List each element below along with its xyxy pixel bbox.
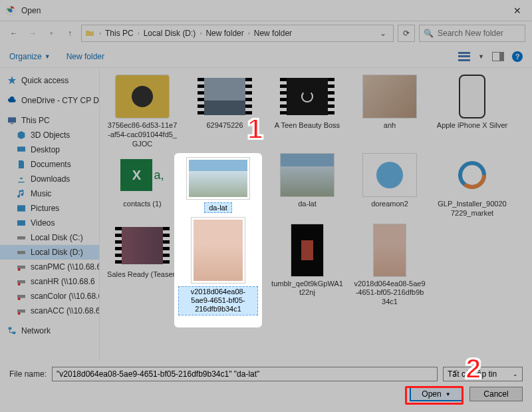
- bottom-panel: File name: Tất cả Tệp tin⌄ Open ▼ Cancel: [0, 361, 532, 412]
- cloud-icon: [7, 95, 17, 106]
- sidebar-documents[interactable]: Documents: [0, 157, 99, 172]
- selected-file[interactable]: v2018d064ea08-5ae9-4651-bf05-216dfb9b34c…: [178, 217, 258, 315]
- sidebar-videos[interactable]: Videos: [0, 216, 99, 230]
- svg-rect-15: [17, 309, 25, 313]
- back-button[interactable]: ←: [7, 26, 21, 41]
- preview-toggle[interactable]: [492, 52, 504, 61]
- breadcrumb[interactable]: › This PC› Local Disk (D:)› New folder› …: [81, 25, 394, 42]
- file-item[interactable]: v2018d064ea08-5ae9-4651-bf05-216dfb9b34c…: [354, 224, 426, 306]
- pc-icon: [7, 115, 17, 126]
- svg-rect-13: [17, 295, 25, 298]
- svg-rect-11: [17, 280, 25, 284]
- search-placeholder: Search New folder: [438, 29, 503, 38]
- svg-point-14: [18, 298, 21, 300]
- filename-input[interactable]: [52, 367, 438, 381]
- netdrive-icon: [16, 306, 27, 316]
- drive-icon: [16, 247, 27, 258]
- pictures-icon: [16, 203, 27, 214]
- selection-highlight: da-lat v2018d064ea08-5ae9-4651-bf05-216d…: [174, 153, 262, 327]
- svg-rect-6: [17, 220, 25, 226]
- refresh-button[interactable]: ⟳: [398, 25, 415, 42]
- breadcrumb-item[interactable]: Local Disk (D:): [141, 29, 199, 38]
- help-icon[interactable]: ?: [512, 51, 523, 62]
- selected-file[interactable]: da-lat: [178, 157, 258, 213]
- organize-menu[interactable]: Organize ▼: [9, 52, 51, 61]
- download-icon: [16, 174, 27, 184]
- window-title: Open: [21, 6, 503, 15]
- navbar: ← → ▾ ↑ › This PC› Local Disk (D:)› New …: [0, 21, 532, 45]
- svg-rect-4: [17, 146, 25, 151]
- svg-rect-5: [17, 205, 25, 211]
- file-item[interactable]: A Teen Beauty Boss: [271, 75, 343, 148]
- doc-icon: [16, 159, 27, 170]
- sidebar-onedrive[interactable]: OneDrive - CTY CP DI: [0, 93, 99, 108]
- netdrive-icon: [16, 262, 27, 272]
- search-icon: 🔍: [424, 29, 434, 38]
- cube-icon: [16, 130, 27, 140]
- star-icon: [7, 75, 17, 86]
- drive-icon: [16, 232, 27, 243]
- sidebar-disk-c[interactable]: Local Disk (C:): [0, 230, 99, 245]
- sidebar-network[interactable]: Network: [0, 323, 99, 338]
- file-item[interactable]: Sales Ready (Teaser): [106, 224, 178, 306]
- chrome-icon: [5, 5, 16, 16]
- file-item[interactable]: 3756ec86-6d53-11e7-af54-cac091044fd5_GJO…: [106, 75, 178, 148]
- selected-filename: v2018d064ea08-5ae9-4651-bf05-216dfb9b34c…: [178, 286, 258, 315]
- sidebar-disk-d[interactable]: Local Disk (D:): [0, 245, 99, 260]
- netdrive-icon: [16, 276, 27, 287]
- file-item[interactable]: GLP_Installer_900207229_market: [436, 153, 508, 218]
- recent-dropdown[interactable]: ▾: [44, 26, 59, 41]
- sidebar-scancolor[interactable]: scanColor (\\10.68.6: [0, 289, 99, 304]
- file-item[interactable]: Apple iPhone X Silver: [436, 75, 508, 148]
- sidebar-this-pc[interactable]: This PC: [0, 113, 99, 128]
- search-input[interactable]: 🔍 Search New folder: [419, 25, 525, 42]
- new-folder-button[interactable]: New folder: [66, 52, 104, 61]
- callout-1: 1: [247, 113, 263, 145]
- music-icon: [16, 188, 27, 199]
- up-button[interactable]: ↑: [63, 26, 77, 41]
- filename-label: File name:: [9, 369, 47, 379]
- sidebar-scanacc[interactable]: scanACC (\\10.68.6: [0, 304, 99, 318]
- svg-point-10: [18, 268, 21, 271]
- file-item[interactable]: anh: [354, 75, 426, 148]
- toolbar: Organize ▼ New folder ▼ ?: [0, 45, 532, 68]
- sidebar-3d-objects[interactable]: 3D Objects: [0, 128, 99, 142]
- file-item[interactable]: tumblr_qe0t9kGpWA1t22nj: [271, 224, 343, 306]
- file-item[interactable]: doreamon2: [354, 153, 426, 218]
- sidebar-music[interactable]: Music: [0, 186, 99, 201]
- svg-rect-7: [17, 236, 25, 240]
- cancel-button[interactable]: Cancel: [469, 387, 523, 401]
- breadcrumb-item[interactable]: New folder: [203, 29, 246, 38]
- videos-icon: [16, 218, 27, 228]
- forward-button[interactable]: →: [25, 26, 40, 41]
- netdrive-icon: [16, 291, 27, 302]
- folder-icon: [84, 28, 95, 39]
- svg-rect-9: [17, 266, 25, 269]
- file-item[interactable]: da-lat: [271, 153, 343, 218]
- breadcrumb-item[interactable]: This PC: [102, 29, 136, 38]
- sidebar-scanpmc[interactable]: scanPMC (\\10.68.6: [0, 260, 99, 274]
- callout-2: 2: [466, 353, 481, 385]
- breadcrumb-item[interactable]: New folder: [251, 29, 295, 38]
- svg-rect-3: [11, 123, 13, 124]
- sidebar-downloads[interactable]: Downloads: [0, 172, 99, 186]
- sidebar: Quick access OneDrive - CTY CP DI This P…: [0, 68, 100, 361]
- sidebar-pictures[interactable]: Pictures: [0, 201, 99, 216]
- sidebar-desktop[interactable]: Desktop: [0, 142, 99, 157]
- desktop-icon: [16, 144, 27, 155]
- open-button[interactable]: Open ▼: [410, 387, 463, 401]
- sidebar-scanhr[interactable]: scanHR (\\10.68.6: [0, 274, 99, 289]
- file-list[interactable]: 3756ec86-6d53-11e7-af54-cac091044fd5_GJO…: [100, 68, 532, 361]
- sidebar-quick-access[interactable]: Quick access: [0, 73, 99, 88]
- svg-point-12: [18, 283, 21, 286]
- filetype-dropdown[interactable]: Tất cả Tệp tin⌄: [443, 367, 523, 381]
- svg-rect-17: [9, 327, 12, 329]
- network-icon: [7, 325, 17, 336]
- file-item[interactable]: Xa,contacts (1): [106, 153, 178, 218]
- view-menu[interactable]: [458, 52, 470, 61]
- titlebar: Open ✕: [0, 0, 532, 21]
- excel-icon: X: [120, 159, 152, 191]
- breadcrumb-dropdown[interactable]: ⌄: [376, 29, 390, 38]
- svg-point-16: [18, 312, 21, 315]
- close-button[interactable]: ✕: [503, 0, 532, 21]
